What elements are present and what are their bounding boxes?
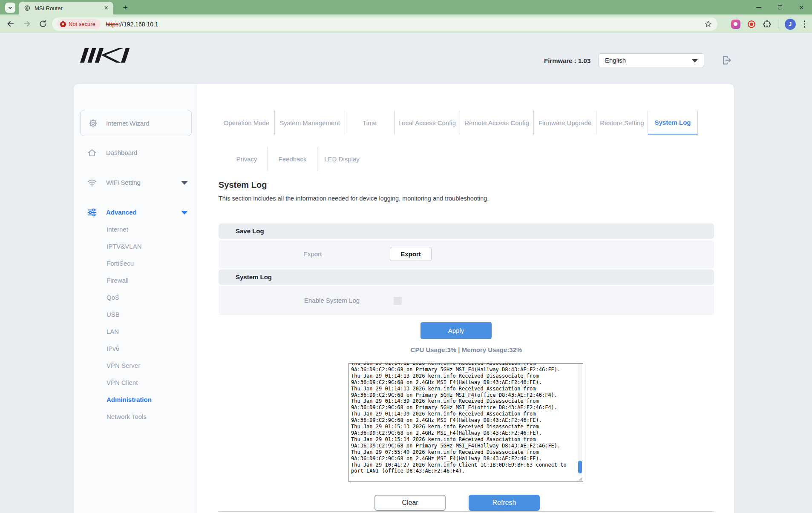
sidebar-item-iptv-vlan[interactable]: IPTV&VLAN [107,238,142,255]
log-scrollbar[interactable] [578,364,582,476]
enable-system-log-checkbox[interactable] [394,297,402,305]
record-extension-icon[interactable] [747,20,756,29]
browser-menu-icon[interactable] [802,20,807,27]
tab-operation-mode[interactable]: Operation Mode [219,111,275,135]
extension-bar: J [731,17,807,31]
profile-avatar[interactable]: J [785,19,796,30]
chevron-down-icon[interactable] [181,181,188,185]
log-line: Thu Jan 29 01:15:14 2026 kern.info Recei… [351,436,576,443]
export-row: Export Export [219,240,714,268]
tab-restore-setting[interactable]: Restore Setting [596,111,648,135]
language-select[interactable]: English [599,53,704,67]
browser-tab-strip: MSI Router × + × [0,0,812,14]
system-log-textarea[interactable]: Thu Jan 29 01:14:12 2026 kern.info Recei… [348,363,583,482]
chevron-down-icon[interactable] [181,211,188,215]
wifi-icon [87,178,97,188]
admin-tab-row-2: Privacy Feedback LED Display [226,147,366,171]
log-line: 9A:36:D9:C2:9C:68 on Primary 5GHz MSI_F4… [351,404,576,411]
chevron-down-icon [692,59,698,63]
new-tab-button[interactable]: + [120,3,130,13]
sidebar-item-ipv6[interactable]: IPv6 [107,340,119,357]
browser-tab[interactable]: MSI Router × [19,2,113,14]
sidebar-item-network-tools[interactable]: Network Tools [107,408,147,425]
logout-icon[interactable] [721,54,733,66]
log-line: Thu Jan 29 01:14:13 2026 kern.info Recei… [351,386,576,392]
sidebar-item-advanced[interactable]: Advanced [106,204,137,221]
tab-privacy[interactable]: Privacy [226,147,268,171]
minimize-button[interactable] [748,0,769,14]
tab-search-button[interactable] [5,3,15,13]
log-line: Thu Jan 29 07:55:40 2026 kern.info Recei… [351,449,576,456]
sidebar-item-lan[interactable]: LAN [107,323,119,340]
refresh-button[interactable]: Refresh [469,495,540,511]
toolbar-separator [778,20,778,29]
system-log-section-header: System Log [219,269,714,285]
export-button[interactable]: Export [390,247,432,261]
sidebar-item-vpn-server[interactable]: VPN Server [107,357,140,374]
export-label: Export [303,240,322,268]
address-bar[interactable]: × Not secure https://192.168.10.1 [52,17,717,31]
msi-logo [80,48,130,63]
log-line: Thu Jan 29 01:14:39 2026 kern.info Recei… [351,398,576,404]
tab-remote-access-config[interactable]: Remote Access Config [460,111,534,135]
tab-firmware-upgrade[interactable]: Firmware Upgrade [534,111,596,135]
sidebar-item-fortisecu[interactable]: FortiSecu [107,255,134,272]
bookmark-star-icon[interactable] [704,20,712,28]
close-button[interactable]: × [791,0,812,14]
tab-local-access-config[interactable]: Local Access Config [394,111,460,135]
log-line: 9A:36:D9:C2:9C:68 on Primary 5GHz MSI_F4… [351,443,576,449]
log-line: 9A:36:D9:C2:9C:68 on 2.4GHz MSI_F4(Hallw… [351,430,576,436]
maximize-button[interactable] [769,0,791,14]
sidebar-item-firewall[interactable]: Firewall [107,272,129,289]
tab-led-display[interactable]: LED Display [317,147,366,171]
language-value: English [605,57,626,64]
not-secure-badge[interactable]: × Not secure [57,19,101,29]
chevron-down-icon [8,5,13,10]
admin-tab-row: Operation Mode System Management Time Lo… [219,111,698,135]
page-description: This section includes all the informatio… [219,195,489,202]
sidebar-item-qos[interactable]: QoS [107,289,119,306]
log-line: 9A:36:D9:C2:9C:68 on Primary 5GHz MSI_F4… [351,392,576,398]
sidebar-item-internet-wizard[interactable]: Internet Wizard [80,110,192,136]
usage-status: CPU Usage:3% | Memory Usage:32% [219,346,714,353]
enable-system-log-label: Enable System Log [304,286,360,315]
log-lines: Thu Jan 29 01:14:12 2026 kern.info Recei… [349,363,583,474]
gear-icon [88,118,98,128]
tab-close-icon[interactable]: × [104,5,109,11]
extension-pink-icon[interactable] [731,20,740,29]
sidebar-item-administration[interactable]: Administration [107,391,152,408]
tab-time[interactable]: Time [345,111,394,135]
sidebar-item-dashboard[interactable]: Dashboard [106,144,137,161]
sidebar-item-wifi-setting[interactable]: WiFi Setting [106,174,141,191]
window-controls: × [748,0,812,14]
globe-favicon-icon [24,5,31,11]
back-icon[interactable] [6,19,15,29]
url-text: https://192.168.10.1 [106,21,158,28]
sidebar-item-usb[interactable]: USB [107,306,120,323]
log-scrollbar-thumb[interactable] [578,461,582,473]
save-log-section-header: Save Log [219,224,714,239]
not-secure-icon: × [60,21,66,27]
tab-feedback[interactable]: Feedback [268,147,317,171]
tab-system-log[interactable]: System Log [648,111,698,135]
main-card: Internet Wizard Dashboard WiFi Setting [74,84,734,513]
sidebar-item-internet[interactable]: Internet [107,221,128,238]
sidebar-item-vpn-client[interactable]: VPN Client [107,374,138,391]
sidebar-item-label: Internet Wizard [106,120,150,127]
clear-button[interactable]: Clear [374,495,446,511]
resize-grip-icon[interactable] [578,476,582,481]
sidebar: Internet Wizard Dashboard WiFi Setting [74,84,197,513]
log-line: port LAN1 (office D8:43:AE:F2:46:F4). [351,468,576,474]
refresh-icon[interactable] [38,19,48,29]
home-icon [87,148,97,158]
extensions-puzzle-icon[interactable] [763,20,772,29]
screenshot-root: MSI Router × + × × Not secure https://19… [0,0,812,513]
log-line: 9A:36:D9:C2:9C:68 on Primary 5GHz MSI_F4… [351,367,576,373]
page-title: System Log [219,180,267,190]
tab-system-management[interactable]: System Management [275,111,345,135]
log-line: Thu Jan 29 01:14:12 2026 kern.info Recei… [351,363,576,367]
apply-button[interactable]: Apply [420,322,492,339]
log-line: Thu Jan 29 01:14:13 2026 kern.info Recei… [351,373,576,379]
url-scheme: https [106,21,118,28]
forward-icon[interactable] [22,19,32,29]
